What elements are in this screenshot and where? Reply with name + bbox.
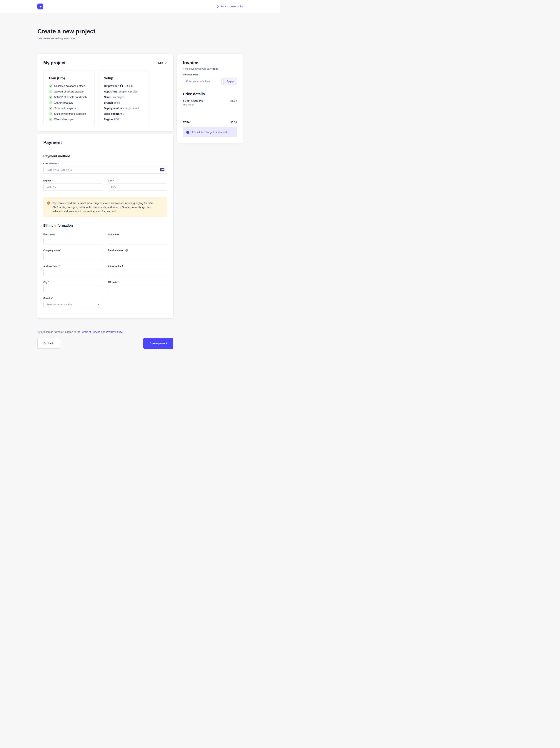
- edit-button-label: Edit: [158, 61, 163, 64]
- address-line-1-label-text: Address line 1: [43, 265, 58, 268]
- price-item-name: Strapi Cloud Pro: [183, 99, 203, 102]
- chevron-down-icon: [98, 304, 100, 305]
- required-asterisk: *: [59, 265, 60, 268]
- required-asterisk: *: [52, 179, 53, 182]
- card-number-label: Card Number*: [43, 162, 167, 165]
- invoice-total-row: TOTAL $8.04: [183, 120, 237, 124]
- list-item: Unlimited database entries: [49, 84, 89, 88]
- last-name-label-text: Last name: [108, 233, 119, 236]
- setup-row-label: Branch: [104, 101, 113, 104]
- discount-code-label: Discount code: [183, 73, 237, 76]
- zip-code-label-text: ZIP code: [108, 281, 117, 284]
- warning-text: The chosen card will be used for all pro…: [52, 201, 159, 213]
- github-icon: [120, 85, 123, 88]
- invoice-subtitle-prefix: This is what you will pay: [183, 67, 212, 70]
- cvc-input[interactable]: [108, 183, 167, 191]
- list-item: Multi-environment available: [49, 112, 89, 116]
- terms-of-service-link[interactable]: Terms of Service: [81, 330, 100, 333]
- card-usage-warning: ! The chosen card will be used for all p…: [43, 197, 167, 217]
- zip-code-input[interactable]: [108, 285, 167, 292]
- warning-icon: !: [47, 202, 50, 205]
- setup-row-label: Name: [104, 95, 111, 99]
- check-icon: [49, 112, 52, 115]
- invoice-title: Invoice: [183, 60, 237, 66]
- setup-row-value: GitHub: [124, 84, 132, 88]
- address-line-1-input[interactable]: [43, 269, 103, 276]
- total-amount: $8.04: [230, 120, 237, 124]
- setup-row-repository: Repository strapi/my-project: [104, 90, 144, 93]
- back-to-projects-link[interactable]: Back to projects list: [216, 5, 243, 8]
- check-icon: [49, 84, 52, 88]
- first-name-label: First name: [43, 233, 103, 236]
- back-arrow-icon: [216, 5, 219, 8]
- setup-row-label: Base directory: [104, 112, 122, 116]
- price-details-title: Price details: [183, 91, 237, 97]
- setup-row-git-provider: Git provider GitHub: [104, 84, 144, 88]
- payment-card: Payment Payment method Card Number*: [38, 134, 173, 318]
- apply-discount-button[interactable]: Apply: [223, 78, 237, 85]
- terms-suffix: .: [122, 330, 123, 333]
- page-subtitle: Lets create something awesome!: [38, 37, 243, 40]
- plan-feature-label: Multi-environment available: [54, 112, 86, 116]
- price-item-period: This month: [183, 103, 237, 106]
- list-item: 250 GB of assets storage: [49, 90, 89, 93]
- address-line-2-label-text: Address line 2: [108, 265, 123, 268]
- check-icon: [49, 101, 52, 104]
- plan-feature-label: 1M API requests: [54, 101, 73, 104]
- company-name-label: Company name*: [43, 249, 103, 252]
- card-number-input[interactable]: [43, 166, 167, 174]
- strapi-logo[interactable]: [38, 3, 43, 9]
- cvc-label-text: CVC: [108, 179, 113, 182]
- edit-project-button[interactable]: Edit: [158, 61, 167, 64]
- first-name-input[interactable]: [43, 237, 103, 244]
- address-line-2-input[interactable]: [108, 269, 167, 276]
- setup-row-label: Git provider: [104, 84, 119, 88]
- invoice-subtitle: This is what you will pay today: [183, 67, 237, 71]
- info-icon: i: [186, 131, 190, 134]
- total-label: TOTAL: [183, 120, 191, 124]
- country-label-text: Country: [43, 297, 52, 300]
- required-asterisk: *: [60, 249, 61, 252]
- setup-title: Setup: [104, 76, 144, 80]
- last-name-input[interactable]: [108, 237, 167, 244]
- check-icon: [49, 90, 52, 93]
- setup-row-branch: Branch main: [104, 101, 144, 104]
- plan-feature-label: Selectable regions: [54, 107, 76, 110]
- city-input[interactable]: [43, 285, 103, 292]
- payment-title: Payment: [43, 140, 167, 145]
- list-item: Selectable regions: [49, 107, 89, 110]
- card-number-label-text: Card Number: [43, 162, 57, 165]
- company-name-input[interactable]: [43, 253, 103, 260]
- country-label: Country*: [43, 297, 103, 300]
- cvc-label: CVC*: [108, 179, 167, 182]
- required-asterisk: *: [118, 281, 119, 284]
- plan-feature-label: 250 GB of assets storage: [54, 90, 83, 93]
- my-project-card: My project Edit Plan (Pro): [38, 54, 173, 131]
- setup-row-base-directory: Base directory /: [104, 112, 144, 116]
- setup-row-value: /: [123, 112, 124, 116]
- pencil-icon: [165, 62, 167, 64]
- email-address-label-text: Email address: [108, 249, 123, 252]
- setup-row-value: At every commit: [120, 107, 139, 110]
- required-asterisk: *: [123, 249, 124, 252]
- setup-subcard: Setup Git provider GitHub Repository str…: [98, 71, 149, 125]
- expires-label-text: Expires: [43, 179, 51, 182]
- info-icon[interactable]: i: [125, 249, 128, 252]
- privacy-policy-link[interactable]: Privacy Policy: [106, 330, 122, 333]
- zip-code-label: ZIP code*: [108, 281, 167, 284]
- setup-row-value: main: [114, 101, 120, 104]
- email-address-input[interactable]: [108, 253, 167, 260]
- price-item-amount: $8.04: [230, 99, 237, 102]
- invoice-subtitle-emphasis: today: [212, 67, 218, 70]
- price-line-item: Strapi Cloud Pro $8.04: [183, 99, 237, 102]
- country-select[interactable]: Select or enter a value: [43, 301, 103, 308]
- company-name-label-text: Company name: [43, 249, 60, 252]
- go-back-button[interactable]: Go back: [38, 338, 60, 349]
- setup-row-value: strapi/my-project: [119, 90, 138, 93]
- check-icon: [49, 95, 52, 99]
- charge-note-text: $75 will be charged next month.: [192, 130, 228, 134]
- expires-input[interactable]: [43, 183, 103, 191]
- discount-code-input[interactable]: [183, 78, 222, 85]
- create-project-button[interactable]: Create project: [143, 338, 173, 349]
- country-select-placeholder: Select or enter a value: [47, 303, 72, 306]
